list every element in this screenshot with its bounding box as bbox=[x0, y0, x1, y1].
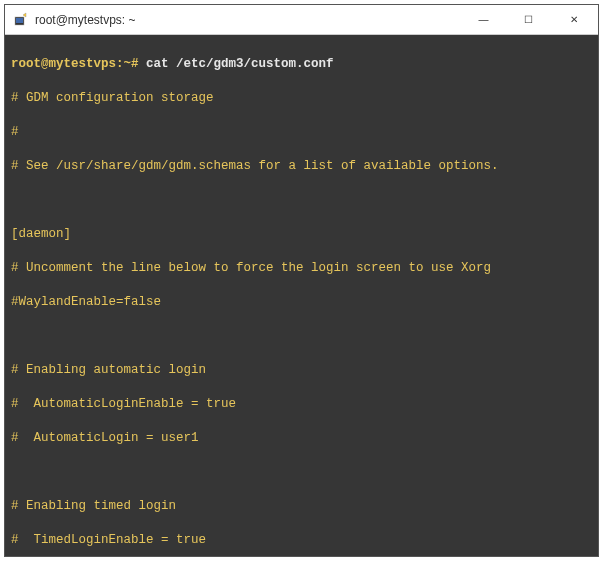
file-line: # Enabling automatic login bbox=[11, 362, 592, 379]
file-line bbox=[11, 464, 592, 481]
file-line: # AutomaticLogin = user1 bbox=[11, 430, 592, 447]
svg-rect-1 bbox=[16, 18, 23, 23]
file-line: # bbox=[11, 124, 592, 141]
close-button[interactable]: ✕ bbox=[551, 5, 596, 34]
window-title: root@mytestvps: ~ bbox=[35, 13, 461, 27]
file-line: #WaylandEnable=false bbox=[11, 294, 592, 311]
terminal-body[interactable]: root@mytestvps:~# cat /etc/gdm3/custom.c… bbox=[5, 35, 598, 556]
file-line bbox=[11, 328, 592, 345]
terminal-window: root@mytestvps: ~ — ☐ ✕ root@mytestvps:~… bbox=[4, 4, 599, 557]
file-line: # See /usr/share/gdm/gdm.schemas for a l… bbox=[11, 158, 592, 175]
file-line: # GDM configuration storage bbox=[11, 90, 592, 107]
prompt-command: cat /etc/gdm3/custom.conf bbox=[139, 57, 334, 71]
maximize-button[interactable]: ☐ bbox=[506, 5, 551, 34]
file-line: # TimedLoginEnable = true bbox=[11, 532, 592, 549]
minimize-button[interactable]: — bbox=[461, 5, 506, 34]
file-line: # Enabling timed login bbox=[11, 498, 592, 515]
putty-icon bbox=[13, 12, 29, 28]
file-line: # Uncomment the line below to force the … bbox=[11, 260, 592, 277]
file-line: [daemon] bbox=[11, 226, 592, 243]
window-controls: — ☐ ✕ bbox=[461, 5, 596, 34]
file-line: # AutomaticLoginEnable = true bbox=[11, 396, 592, 413]
prompt-host: root@mytestvps:~# bbox=[11, 57, 139, 71]
file-line bbox=[11, 192, 592, 209]
titlebar[interactable]: root@mytestvps: ~ — ☐ ✕ bbox=[5, 5, 598, 35]
